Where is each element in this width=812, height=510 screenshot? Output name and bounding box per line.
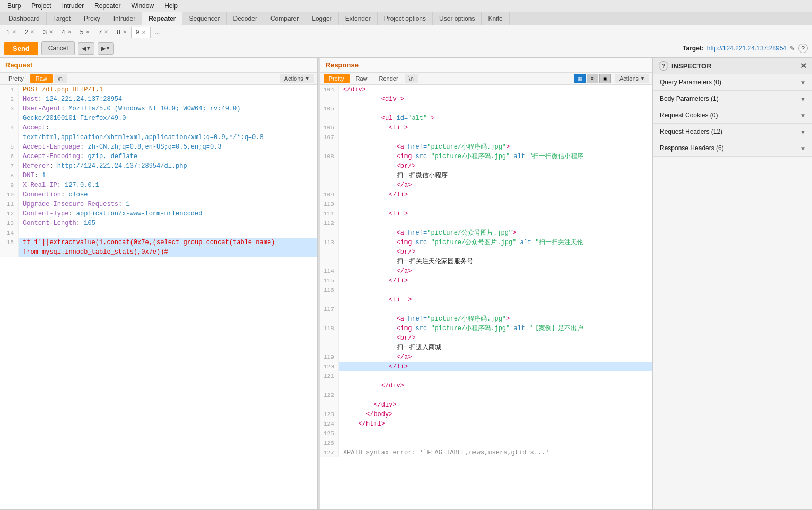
request-tab-raw[interactable]: Raw — [30, 74, 53, 83]
resp-line-112: 112 — [320, 219, 652, 228]
query-params-header[interactable]: Query Parameters (0) ▼ — [653, 74, 812, 90]
tab-extender[interactable]: Extender — [339, 12, 378, 25]
resp-line-122b: </div> — [320, 400, 652, 410]
request-cookies-header[interactable]: Request Cookies (0) ▼ — [653, 107, 812, 123]
request-line-2: 2 Host: 124.221.24.137:28954 — [0, 94, 317, 104]
session-tab-4[interactable]: 4 ✕ — [57, 27, 76, 38]
response-tab-pretty[interactable]: Pretty — [324, 74, 350, 83]
resp-line-113c: 扫一扫关注天伦家园服务号 — [320, 257, 652, 266]
request-line-1: 1 POST /dl.php HTTP/1.1 — [0, 85, 317, 94]
query-params-label: Query Parameters (0) — [660, 79, 721, 86]
menu-window[interactable]: Window — [126, 0, 159, 12]
close-tab-5[interactable]: ✕ — [85, 29, 90, 35]
menu-burp[interactable]: Burp — [2, 0, 26, 12]
response-code-area[interactable]: 104 </div> <div > 105 <ul id="alt" > — [320, 85, 652, 509]
request-tab-pretty[interactable]: Pretty — [3, 74, 29, 83]
view-mode-list-button[interactable]: ≡ — [587, 74, 598, 83]
edit-target-icon[interactable]: ✎ — [790, 45, 795, 52]
cancel-button[interactable]: Cancel — [41, 41, 75, 55]
request-line-4b: text/html,application/xhtml+xml,applicat… — [0, 133, 317, 142]
tab-intruder[interactable]: Intruder — [107, 12, 142, 25]
session-tab-more[interactable]: ... — [151, 27, 164, 38]
response-tab-render[interactable]: Render — [374, 74, 404, 83]
tab-dashboard[interactable]: Dashboard — [2, 12, 47, 25]
nav-next-button[interactable]: ▶ ▼ — [98, 42, 114, 55]
response-actions-button[interactable]: Actions ▼ — [615, 74, 649, 83]
inspector-panel: ? INSPECTOR ✕ Query Parameters (0) ▼ Bod… — [653, 58, 812, 509]
resp-line-124: 124 </html> — [320, 419, 652, 429]
session-tab-3[interactable]: 3 ✕ — [39, 27, 57, 38]
tab-decoder[interactable]: Decoder — [227, 12, 264, 25]
close-tab-2[interactable]: ✕ — [30, 29, 34, 35]
tab-logger[interactable]: Logger — [305, 12, 338, 25]
request-line-7: 7 Referer: http://124.221.24.137:28954/d… — [0, 161, 317, 171]
help-inspector-icon[interactable]: ? — [659, 61, 668, 71]
session-tab-5[interactable]: 5 ✕ — [76, 27, 94, 38]
resp-line-104: 104 </div> — [320, 85, 652, 94]
menu-repeater[interactable]: Repeater — [89, 0, 126, 12]
chevron-down-icon: ▼ — [86, 46, 91, 51]
view-mode-text-button[interactable]: ▣ — [599, 74, 611, 83]
resp-line-104b: <div > — [320, 94, 652, 104]
request-panel-header: Request — [0, 58, 317, 73]
request-label: Request — [5, 61, 32, 69]
close-tab-4[interactable]: ✕ — [67, 29, 72, 35]
session-tab-7[interactable]: 7 ✕ — [94, 27, 112, 38]
request-headers-label: Request Headers (12) — [660, 128, 722, 135]
request-code-area[interactable]: 1 POST /dl.php HTTP/1.1 2 Host: 124.221.… — [0, 85, 317, 509]
response-label: Response — [326, 61, 359, 69]
body-params-header[interactable]: Body Parameters (1) ▼ — [653, 91, 812, 107]
request-line-3: 3 User-Agent: Mozilla/5.0 (Windows NT 10… — [0, 104, 317, 114]
resp-line-111: 111 <li > — [320, 209, 652, 219]
request-tabs: Pretty Raw \n Actions ▼ — [0, 73, 317, 85]
tab-sequencer[interactable]: Sequencer — [182, 12, 226, 25]
session-tab-8[interactable]: 8 ✕ — [112, 27, 131, 38]
menu-project[interactable]: Project — [26, 0, 56, 12]
toolbar: Send Cancel ◀ ▼ ▶ ▼ Target: http://124.2… — [0, 39, 812, 58]
resp-line-108b: <br/> — [320, 161, 652, 171]
tab-user-options[interactable]: User options — [433, 12, 482, 25]
body-params-label: Body Parameters (1) — [660, 95, 719, 102]
session-tab-2[interactable]: 2 ✕ — [21, 27, 39, 38]
tab-proxy[interactable]: Proxy — [77, 12, 107, 25]
chevron-left-icon: ◀ — [82, 45, 86, 52]
tab-comparer[interactable]: Comparer — [264, 12, 305, 25]
close-tab-7[interactable]: ✕ — [104, 29, 108, 35]
response-tab-raw[interactable]: Raw — [351, 74, 373, 83]
request-actions-button[interactable]: Actions ▼ — [280, 74, 314, 83]
close-tab-9[interactable]: ✕ — [142, 30, 146, 36]
session-tab-1[interactable]: 1 ✕ — [2, 27, 21, 38]
request-headers-header[interactable]: Request Headers (12) ▼ — [653, 124, 812, 140]
tab-target[interactable]: Target — [47, 12, 77, 25]
response-tab-n[interactable]: \n — [405, 74, 418, 83]
resp-line-108: 108 <img src="picture/小程序码.jpg" alt="扫一扫… — [320, 152, 652, 161]
nav-prev-button[interactable]: ◀ ▼ — [78, 42, 94, 55]
close-tab-3[interactable]: ✕ — [49, 29, 53, 35]
help-target-icon[interactable]: ? — [798, 44, 808, 53]
target-prefix: Target: — [683, 45, 704, 52]
response-headers-label: Response Headers (6) — [660, 144, 724, 152]
response-headers-header[interactable]: Response Headers (6) ▼ — [653, 140, 812, 156]
tab-repeater[interactable]: Repeater — [142, 12, 182, 25]
session-tab-9[interactable]: 9 ✕ — [131, 27, 151, 38]
view-mode-grid-button[interactable]: ▦ — [574, 74, 586, 83]
resp-line-110: 110 — [320, 200, 652, 209]
resp-line-113b: <br/> — [320, 247, 652, 257]
target-url[interactable]: http://124.221.24.137:28954 — [707, 45, 787, 52]
actions-label: Actions — [284, 75, 303, 82]
tab-knife[interactable]: Knife — [482, 12, 509, 25]
tab-project-options[interactable]: Project options — [378, 12, 433, 25]
menu-help[interactable]: Help — [159, 0, 183, 12]
body-params-chevron: ▼ — [800, 96, 806, 102]
request-line-4: 4 Accept: — [0, 123, 317, 133]
request-cookies-chevron: ▼ — [800, 113, 806, 118]
request-tab-n[interactable]: \n — [54, 74, 67, 83]
menu-intruder[interactable]: Intruder — [57, 0, 89, 12]
close-tab-8[interactable]: ✕ — [123, 29, 127, 35]
resp-line-125: 125 — [320, 429, 652, 438]
request-line-11: 11 Upgrade-Insecure-Requests: 1 — [0, 200, 317, 209]
send-button[interactable]: Send — [4, 42, 38, 55]
resp-line-106: 106 <li > — [320, 123, 652, 133]
close-tab-1[interactable]: ✕ — [12, 29, 16, 35]
close-inspector-button[interactable]: ✕ — [800, 62, 807, 70]
